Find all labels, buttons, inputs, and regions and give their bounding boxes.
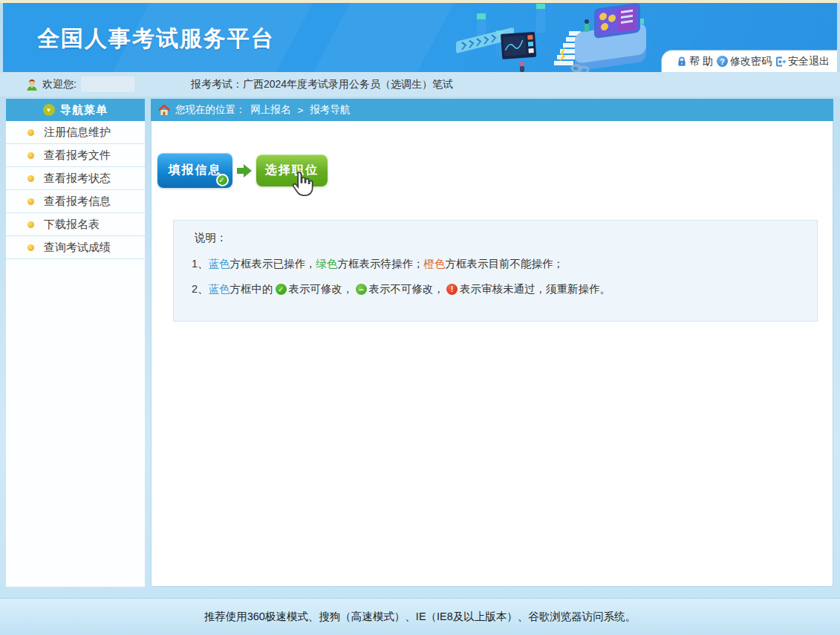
footer: 推荐使用360极速模式、搜狗（高速模式）、IE（IE8及以上版本）、谷歌浏览器访… [0, 598, 840, 635]
user-avatar-icon [25, 78, 39, 91]
breadcrumb: 您现在的位置： 网上报名 > 报考导航 [151, 99, 833, 121]
lock-icon [677, 56, 687, 67]
bullet-icon [27, 129, 34, 136]
sidebar-item-download-form[interactable]: 下载报名表 [6, 213, 145, 236]
bullet-icon [27, 198, 34, 205]
breadcrumb-link-online-application[interactable]: 网上报名 [251, 103, 291, 117]
fill-info-button[interactable]: 填报信息 ✓ [157, 153, 232, 188]
bullet-icon [27, 244, 34, 251]
sidebar-title: 导航菜单 [60, 103, 108, 117]
notice-text-green: 绿色 [316, 257, 338, 271]
select-position-button[interactable]: 选择职位 [256, 154, 328, 186]
breadcrumb-prefix: 您现在的位置： [175, 103, 246, 117]
notice-text: 方框表示待操作； [338, 257, 424, 271]
notice-box: 说明： 1、蓝色方框表示已操作，绿色方框表示待操作；橙色方框表示目前不能操作； … [173, 220, 818, 322]
notice-line-2: 2、蓝色方框中的✓表示可修改，−表示不可修改，!表示审核未通过，须重新操作。 [192, 282, 817, 296]
step-arrow-icon [237, 164, 252, 178]
sidebar-item-exam-documents[interactable]: 查看报考文件 [6, 144, 145, 167]
sidebar-item-label: 查看报考文件 [44, 149, 111, 163]
notice-line-1: 1、蓝色方框表示已操作，绿色方框表示待操作；橙色方框表示目前不能操作； [192, 257, 817, 271]
step-buttons: 填报信息 ✓ 选择职位 [157, 153, 328, 188]
sidebar-header: ▼ 导航菜单 [6, 99, 145, 121]
breadcrumb-link-exam-navigation[interactable]: 报考导航 [310, 103, 350, 117]
notice-text: 方框表示目前不能操作； [446, 257, 564, 271]
exam-info: 报考考试：广西2024年度考试录用公务员（选调生）笔试 [191, 78, 453, 91]
sidebar-item-exam-results[interactable]: 查询考试成绩 [6, 236, 145, 259]
sidebar-item-label: 查询考试成绩 [44, 241, 111, 255]
header-sheen [283, 3, 466, 72]
notice-text-blue: 蓝色 [209, 257, 230, 271]
sidebar-item-label: 下载报名表 [44, 218, 100, 232]
footer-text: 推荐使用360极速模式、搜狗（高速模式）、IE（IE8及以上版本）、谷歌浏览器访… [204, 610, 636, 624]
logout-link[interactable]: 安全退出 [775, 55, 830, 68]
notice-text: 1、 [192, 257, 209, 271]
welcome-bar: 欢迎您: 报考考试：广西2024年度考试录用公务员（选调生）笔试 [0, 72, 840, 97]
welcome-label: 欢迎您: [42, 78, 76, 91]
notice-text: 表示不可修改， [369, 282, 445, 296]
help-link[interactable]: 帮 助 [677, 55, 713, 68]
notice-text: 方框中的 [230, 282, 273, 296]
notice-text-blue: 蓝色 [209, 282, 230, 296]
bullet-icon [27, 152, 34, 159]
fill-info-label: 填报信息 [169, 163, 222, 178]
notice-text-orange: 橙色 [424, 257, 446, 271]
chevron-down-icon: ▼ [43, 104, 55, 116]
notice-title: 说明： [195, 231, 817, 245]
minus-icon: − [356, 284, 367, 295]
exam-label: 报考考试： [191, 78, 243, 90]
sidebar-item-register-info[interactable]: 注册信息维护 [6, 121, 145, 144]
logout-label: 安全退出 [788, 55, 830, 68]
notice-text: 2、 [192, 282, 209, 296]
change-password-link[interactable]: ? 修改密码 [717, 55, 772, 68]
notice-text: 表示可修改， [289, 282, 354, 296]
exit-icon [775, 56, 786, 67]
sidebar-item-label: 查看报考状态 [44, 172, 111, 186]
sidebar-item-label: 查看报考信息 [44, 195, 111, 209]
header-illustration-icon [449, 3, 671, 72]
page: 全国人事考试服务平台 帮 助 ? 修改密码 安全退 [0, 0, 840, 635]
sidebar-item-label: 注册信息维护 [44, 126, 111, 140]
username-redacted [81, 76, 134, 92]
home-icon [158, 105, 170, 116]
hand-cursor-icon [290, 171, 316, 199]
page-title: 全国人事考试服务平台 [37, 24, 275, 54]
exam-value: 广西2024年度考试录用公务员（选调生）笔试 [243, 78, 453, 90]
bullet-icon [27, 175, 34, 182]
sidebar: ▼ 导航菜单 注册信息维护 查看报考文件 查看报考状态 查看报考信息 下载报名表… [6, 99, 145, 587]
header: 全国人事考试服务平台 帮 助 ? 修改密码 安全退 [3, 3, 837, 72]
question-icon: ? [717, 56, 728, 67]
sidebar-item-application-status[interactable]: 查看报考状态 [6, 167, 145, 190]
bullet-icon [27, 221, 34, 228]
breadcrumb-separator: > [298, 105, 304, 116]
check-icon: ✓ [216, 174, 229, 186]
notice-text: 方框表示已操作， [230, 257, 316, 271]
exclamation-icon: ! [446, 284, 458, 295]
help-label: 帮 助 [689, 55, 713, 68]
header-links-tab: 帮 助 ? 修改密码 安全退出 [661, 50, 837, 72]
change-password-label: 修改密码 [730, 55, 772, 68]
notice-text: 表示审核未通过，须重新操作。 [460, 282, 611, 296]
check-icon: ✓ [276, 284, 287, 295]
main-content: 您现在的位置： 网上报名 > 报考导航 填报信息 ✓ 选择职位 说明： [151, 99, 833, 587]
sidebar-item-application-info[interactable]: 查看报考信息 [6, 190, 145, 213]
